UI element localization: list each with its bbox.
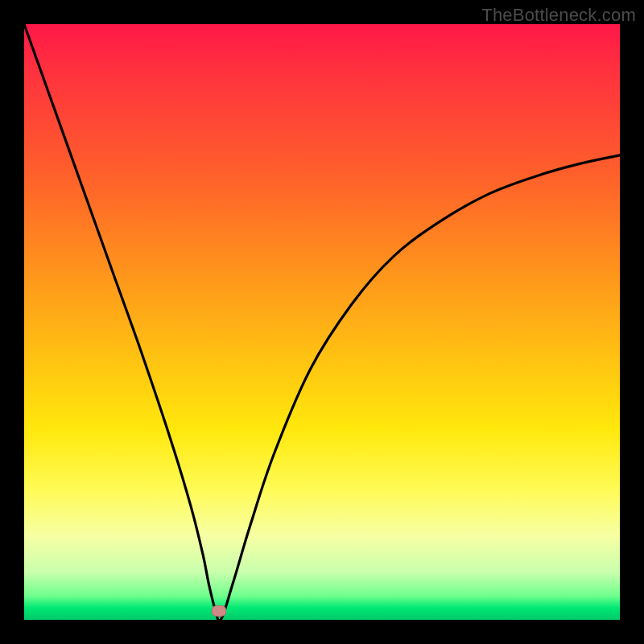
bottleneck-curve [24, 24, 620, 620]
watermark-text: TheBottleneck.com [481, 5, 636, 26]
plot-area [24, 24, 620, 620]
minimum-marker [212, 605, 226, 617]
curve-layer [24, 24, 620, 620]
chart-frame: TheBottleneck.com [0, 0, 644, 644]
